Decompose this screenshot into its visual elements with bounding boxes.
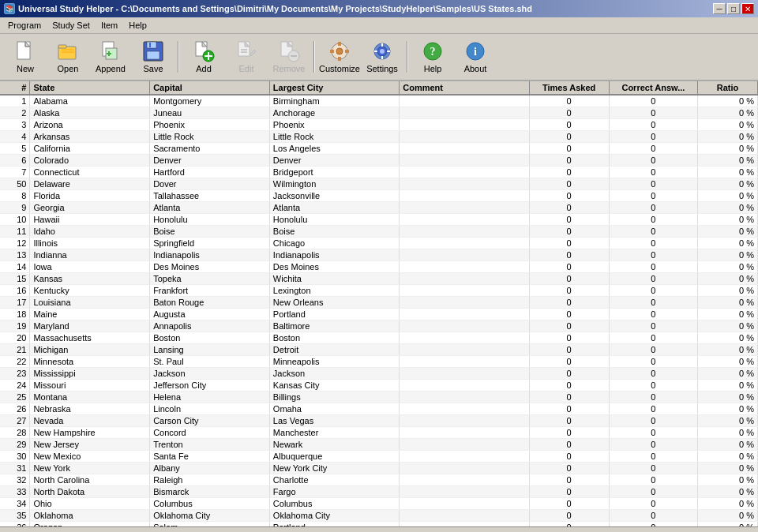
close-button[interactable]: ✕: [741, 3, 754, 14]
settings-button[interactable]: Settings: [362, 37, 403, 77]
table-cell: [400, 190, 529, 202]
table-row[interactable]: 8FloridaTallahasseeJacksonville000 %: [0, 190, 758, 202]
help-button[interactable]: ? Help: [412, 37, 453, 77]
table-cell: North Carolina: [30, 474, 150, 486]
table-cell: 0: [529, 202, 609, 214]
table-row[interactable]: 16KentuckyFrankfortLexington000 %: [0, 285, 758, 297]
table-row[interactable]: 23MississippiJacksonJackson000 %: [0, 368, 758, 380]
table-row[interactable]: 10HawaiiHonoluluHonolulu000 %: [0, 214, 758, 226]
table-cell: Las Vegas: [269, 415, 399, 427]
table-cell: Montgomery: [150, 95, 270, 107]
table-row[interactable]: 50DelawareDoverWilmington000 %: [0, 178, 758, 190]
table-row[interactable]: 25MontanaHelenaBillings000 %: [0, 392, 758, 403]
table-cell: Juneau: [150, 107, 270, 119]
table-row[interactable]: 27NevadaCarson CityLas Vegas000 %: [0, 415, 758, 427]
table-cell: 0: [609, 332, 697, 344]
table-row[interactable]: 18MaineAugustaPortland000 %: [0, 309, 758, 320]
table-row[interactable]: 11IdahoBoiseBoise000 %: [0, 226, 758, 238]
table-cell: 5: [0, 143, 30, 155]
col-header-correct[interactable]: Correct Answ...: [609, 81, 697, 95]
col-header-capital[interactable]: Capital: [150, 81, 270, 95]
table-cell: Billings: [269, 392, 399, 403]
table-row[interactable]: 33North DakotaBismarckFargo000 %: [0, 486, 758, 498]
table-row[interactable]: 4ArkansasLittle RockLittle Rock000 %: [0, 131, 758, 143]
table-cell: 0: [609, 427, 697, 439]
table-row[interactable]: 22MinnesotaSt. PaulMinneapolis000 %: [0, 356, 758, 368]
edit-button[interactable]: Edit: [226, 37, 267, 77]
maximize-button[interactable]: □: [727, 3, 740, 14]
new-button[interactable]: New: [5, 37, 46, 77]
table-row[interactable]: 32North CarolinaRaleighCharlotte000 %: [0, 474, 758, 486]
col-header-state[interactable]: State: [30, 81, 150, 95]
table-row[interactable]: 21MichiganLansingDetroit000 %: [0, 344, 758, 356]
customize-button[interactable]: Customize: [319, 37, 360, 77]
table-cell: Atlanta: [269, 202, 399, 214]
table-cell: Tallahassee: [150, 190, 270, 202]
save-button[interactable]: Save: [133, 37, 174, 77]
table-row[interactable]: 3ArizonaPhoenixPhoenix000 %: [0, 119, 758, 131]
table-cell: 26: [0, 403, 30, 415]
table-cell: 0 %: [698, 403, 758, 415]
window-title: Universal Study Helper - C:\Documents an…: [18, 4, 532, 13]
table-cell: Salem: [150, 522, 270, 527]
table-cell: 0: [529, 344, 609, 356]
menu-help[interactable]: Help: [124, 19, 152, 32]
table-row[interactable]: 5CaliforniaSacramentoLos Angeles000 %: [0, 143, 758, 155]
table-row[interactable]: 6ColoradoDenverDenver000 %: [0, 155, 758, 167]
table-row[interactable]: 19MarylandAnnapolisBaltimore000 %: [0, 320, 758, 332]
col-header-num[interactable]: #: [0, 81, 30, 95]
table-row[interactable]: 12IllinoisSpringfieldChicago000 %: [0, 238, 758, 249]
col-header-largest[interactable]: Largest City: [269, 81, 399, 95]
help-label: Help: [424, 64, 442, 73]
col-header-ratio[interactable]: Ratio: [698, 81, 758, 95]
table-row[interactable]: 26NebraskaLincolnOmaha000 %: [0, 403, 758, 415]
col-header-asked[interactable]: Times Asked: [529, 81, 609, 95]
menu-study-set[interactable]: Study Set: [47, 19, 95, 32]
table-row[interactable]: 30New MexicoSanta FeAlbuquerque000 %: [0, 451, 758, 463]
table-row[interactable]: 13IndiannaIndianapolisIndianapolis000 %: [0, 249, 758, 261]
data-table: # State Capital Largest City Comment Tim…: [0, 81, 758, 526]
table-row[interactable]: 1AlabamaMontgomeryBirmingham000 %: [0, 95, 758, 107]
table-cell: [400, 119, 529, 131]
open-button[interactable]: Open: [47, 37, 88, 77]
table-cell: New York: [30, 463, 150, 474]
table-cell: [400, 522, 529, 527]
table-cell: New Hampshire: [30, 427, 150, 439]
table-row[interactable]: 7ConnecticutHartfordBridgeport000 %: [0, 167, 758, 178]
table-row[interactable]: 24MissouriJefferson CityKansas City000 %: [0, 380, 758, 392]
table-cell: 0: [529, 167, 609, 178]
table-row[interactable]: 29New JerseyTrentonNewark000 %: [0, 439, 758, 451]
menu-item[interactable]: Item: [96, 19, 122, 32]
add-button[interactable]: Add: [183, 37, 224, 77]
data-table-container[interactable]: # State Capital Largest City Comment Tim…: [0, 81, 758, 526]
table-row[interactable]: 28New HampshireConcordManchester000 %: [0, 427, 758, 439]
table-cell: Chicago: [269, 238, 399, 249]
table-cell: Louisiana: [30, 297, 150, 309]
table-cell: 0: [609, 380, 697, 392]
table-row[interactable]: 15KansasTopekaWichita000 %: [0, 273, 758, 285]
table-row[interactable]: 9GeorgiaAtlantaAtlanta000 %: [0, 202, 758, 214]
about-button[interactable]: i About: [455, 37, 496, 77]
col-header-comment[interactable]: Comment: [400, 81, 529, 95]
table-cell: 10: [0, 214, 30, 226]
table-row[interactable]: 34OhioColumbusColumbus000 %: [0, 498, 758, 510]
append-button[interactable]: Append: [90, 37, 131, 77]
table-row[interactable]: 20MassachusettsBostonBoston000 %: [0, 332, 758, 344]
table-row[interactable]: 17LouisianaBaton RougeNew Orleans000 %: [0, 297, 758, 309]
table-row[interactable]: 14IowaDes MoinesDes Moines000 %: [0, 261, 758, 273]
table-cell: Maryland: [30, 320, 150, 332]
table-row[interactable]: 2AlaskaJuneauAnchorage000 %: [0, 107, 758, 119]
table-cell: 0: [529, 439, 609, 451]
table-cell: Trenton: [150, 439, 270, 451]
remove-button[interactable]: Remove: [268, 37, 310, 77]
table-row[interactable]: 35OklahomaOklahoma CityOklahoma City000 …: [0, 510, 758, 522]
menu-program[interactable]: Program: [3, 19, 46, 32]
table-cell: Columbus: [150, 498, 270, 510]
table-row[interactable]: 36OregonSalemPortland000 %: [0, 522, 758, 527]
minimize-button[interactable]: ─: [713, 3, 726, 14]
table-row[interactable]: 31New YorkAlbanyNew York City000 %: [0, 463, 758, 474]
menu-bar: Program Study Set Item Help: [0, 17, 758, 34]
table-cell: California: [30, 143, 150, 155]
table-cell: 0 %: [698, 178, 758, 190]
table-cell: Missouri: [30, 380, 150, 392]
